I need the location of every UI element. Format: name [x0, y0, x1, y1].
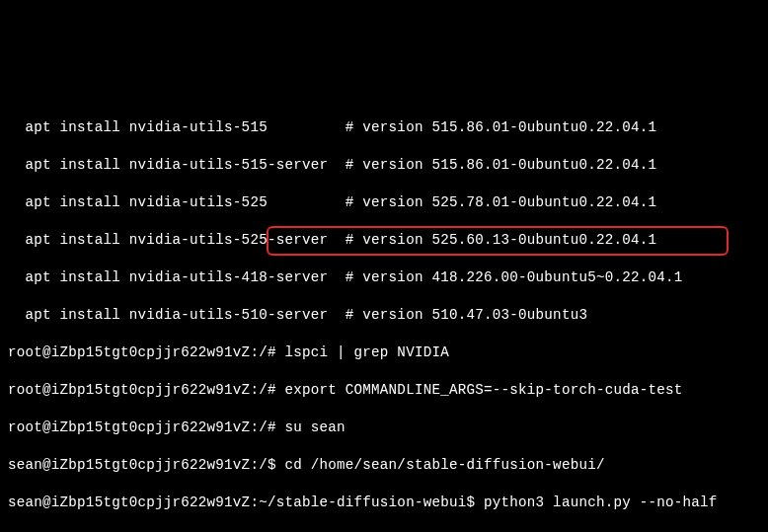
- terminal-output[interactable]: apt install nvidia-utils-515 # version 5…: [0, 94, 768, 532]
- terminal-line: root@iZbp15tgt0cpjjr622w91vZ:/# su sean: [8, 418, 760, 437]
- terminal-line: apt install nvidia-utils-525 # version 5…: [8, 193, 760, 212]
- terminal-line: apt install nvidia-utils-515 # version 5…: [8, 118, 760, 137]
- terminal-line: sean@iZbp15tgt0cpjjr622w91vZ:~/stable-di…: [8, 494, 760, 512]
- terminal-line: sean@iZbp15tgt0cpjjr622w91vZ:/$ cd /home…: [8, 456, 760, 475]
- terminal-line: root@iZbp15tgt0cpjjr622w91vZ:/# lspci | …: [8, 343, 760, 362]
- terminal-line: apt install nvidia-utils-515-server # ve…: [8, 156, 760, 175]
- terminal-line: root@iZbp15tgt0cpjjr622w91vZ:/# export C…: [8, 381, 760, 400]
- terminal-line: apt install nvidia-utils-510-server # ve…: [8, 306, 760, 325]
- terminal-line: apt install nvidia-utils-525-server # ve…: [8, 231, 760, 250]
- terminal-line: apt install nvidia-utils-418-server # ve…: [8, 268, 760, 287]
